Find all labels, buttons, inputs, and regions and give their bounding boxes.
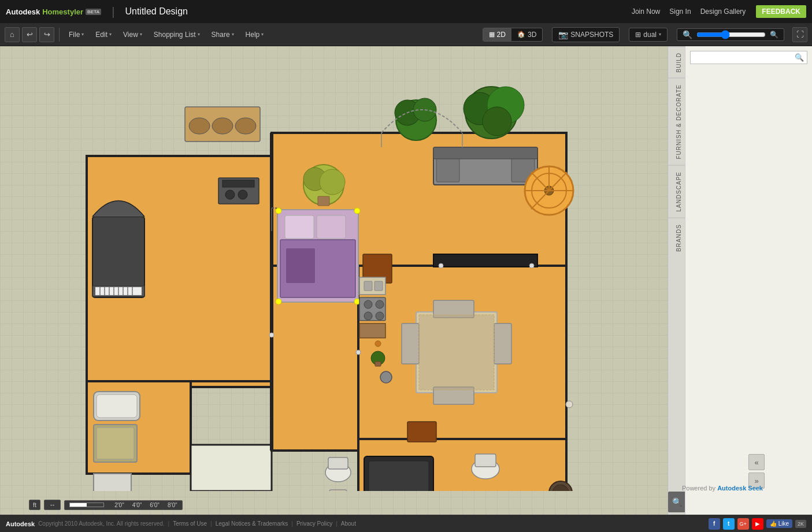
other-social-icon[interactable]: G+ (737, 518, 749, 530)
scale-mark-2: 4'0" (132, 502, 142, 508)
svg-rect-15 (92, 217, 144, 297)
feedback-button[interactable]: FEEDBACK (756, 5, 806, 18)
sidebar-tabs: BUILD FURNISH & DECORATE LANDSCAPE BRAND… (668, 46, 685, 515)
snapshots-button[interactable]: 📷 SNAPSHOTS (552, 27, 620, 42)
panel-nav: « » (748, 454, 765, 489)
top-divider: | (112, 5, 114, 18)
svg-rect-85 (94, 474, 131, 491)
facebook-icon[interactable]: f (709, 518, 720, 530)
view-2d-button[interactable]: ▦ 2D (483, 28, 511, 41)
svg-rect-84 (97, 427, 134, 459)
svg-point-99 (269, 333, 274, 337)
svg-point-12 (189, 118, 210, 134)
privacy-link[interactable]: Privacy Policy (296, 520, 332, 527)
top-bar: Autodesk Homestyler BETA | Untitled Desi… (0, 0, 812, 23)
sep1: | (168, 520, 170, 527)
project-title[interactable]: Untitled Design (125, 6, 188, 17)
dual-button[interactable]: ⊞ dual ▾ (629, 28, 668, 42)
svg-rect-32 (317, 215, 346, 239)
view-3d-button[interactable]: 🏠 3D (511, 28, 542, 41)
powered-by: Powered by Autodesk Seek (682, 485, 763, 492)
design-gallery-link[interactable]: Design Gallery (700, 8, 746, 16)
share-arrow: ▾ (232, 32, 234, 37)
search-box-container: 🔍 (690, 51, 807, 64)
scale-marks: 2'0" 4'0" 6'0" 8'0" (64, 500, 182, 510)
svg-point-35 (276, 208, 281, 214)
sep4: | (336, 520, 338, 527)
shopping-list-menu[interactable]: Shopping List ▾ (149, 28, 205, 41)
ruler-icon: ↔ (49, 501, 55, 508)
svg-point-42 (320, 169, 345, 195)
beta-badge: BETA (86, 9, 101, 15)
svg-rect-31 (285, 215, 314, 239)
zoom-control: 🔍 🔍 (677, 28, 784, 41)
svg-point-14 (235, 118, 256, 134)
file-menu[interactable]: File ▾ (64, 28, 88, 41)
sidebar-search-icon[interactable]: 🔍 (668, 492, 685, 512)
search-panel: 🔍 (685, 46, 812, 515)
furnish-tab[interactable]: FURNISH & DECORATE (668, 78, 685, 165)
share-menu[interactable]: Share ▾ (207, 28, 239, 41)
terms-link[interactable]: Terms of Use (173, 520, 207, 527)
footer-right: f t G+ ▶ 👍 Like 2K (709, 518, 806, 530)
sep2: | (210, 520, 212, 527)
svg-point-29 (238, 190, 247, 199)
canvas-area[interactable]: ft ↔ 2'0" 4'0" 6'0" 8'0" (0, 46, 668, 515)
svg-rect-47 (433, 147, 537, 159)
zoom-slider[interactable] (696, 30, 766, 39)
layers-icon: ⊞ (635, 31, 641, 39)
zoom-in-button[interactable]: 🔍 (768, 31, 780, 39)
sep3: | (291, 520, 293, 527)
svg-rect-69 (359, 323, 385, 338)
search-input[interactable] (694, 54, 795, 62)
zoom-out-button[interactable]: 🔍 (681, 30, 694, 39)
twitter-icon[interactable]: t (723, 518, 735, 530)
top-bar-left: Autodesk Homestyler BETA | Untitled Desi… (6, 5, 188, 18)
undo-button[interactable]: ↩ (22, 27, 37, 42)
about-link[interactable]: About (341, 520, 356, 527)
svg-rect-48 (433, 254, 537, 267)
svg-point-98 (529, 263, 534, 268)
svg-rect-87 (328, 457, 348, 469)
landscape-tab[interactable]: LANDSCAPE (668, 165, 685, 218)
svg-point-97 (439, 263, 443, 268)
autodesk-logo: Autodesk Homestyler BETA (6, 8, 101, 16)
view-arrow: ▾ (140, 32, 142, 37)
dual-arrow: ▾ (659, 32, 661, 37)
copyright-text: Copyright 2010 Autodesk, Inc. All rights… (38, 520, 164, 527)
home-button[interactable]: ⌂ (5, 27, 20, 42)
edit-arrow: ▾ (109, 32, 112, 37)
footer-left: Autodesk Copyright 2010 Autodesk, Inc. A… (6, 520, 356, 527)
toolbar: ⌂ ↩ ↪ File ▾ Edit ▾ View ▾ Shopping List… (0, 23, 812, 46)
sign-in-link[interactable]: Sign In (669, 8, 691, 16)
svg-point-72 (375, 341, 381, 347)
search-submit-button[interactable]: 🔍 (795, 53, 804, 62)
svg-rect-27 (223, 180, 254, 187)
svg-point-68 (376, 312, 384, 320)
build-tab[interactable]: BUILD (668, 46, 685, 78)
footer: Autodesk Copyright 2010 Autodesk, Inc. A… (0, 515, 812, 532)
svg-point-58 (483, 107, 511, 136)
legal-link[interactable]: Legal Notices & Trademarks (216, 520, 288, 527)
units-button[interactable]: ft (29, 500, 40, 510)
brands-tab[interactable]: BRANDS (668, 218, 685, 258)
svg-point-13 (212, 118, 233, 134)
fullscreen-button[interactable]: ⛶ (792, 27, 807, 42)
ruler-button[interactable]: ↔ (44, 500, 61, 510)
svg-rect-43 (318, 196, 329, 206)
help-arrow: ▾ (261, 32, 264, 37)
autodesk-seek-link[interactable]: Autodesk Seek (717, 485, 763, 492)
redo-button[interactable]: ↪ (39, 27, 54, 42)
view-menu[interactable]: View ▾ (118, 28, 147, 41)
svg-rect-94 (329, 490, 347, 491)
toolbar-divider-1 (59, 28, 60, 42)
edit-menu[interactable]: Edit ▾ (91, 28, 116, 41)
view-toggle-group: ▦ 2D 🏠 3D (483, 28, 543, 42)
join-now-link[interactable]: Join Now (632, 8, 660, 16)
floor-plan-svg (75, 58, 578, 491)
youtube-icon[interactable]: ▶ (752, 518, 763, 530)
like-button[interactable]: 👍 Like (766, 519, 792, 528)
help-menu[interactable]: Help ▾ (241, 28, 269, 41)
collapse-up-button[interactable]: « (748, 454, 765, 470)
scale-mark-1: 2'0" (114, 502, 124, 508)
